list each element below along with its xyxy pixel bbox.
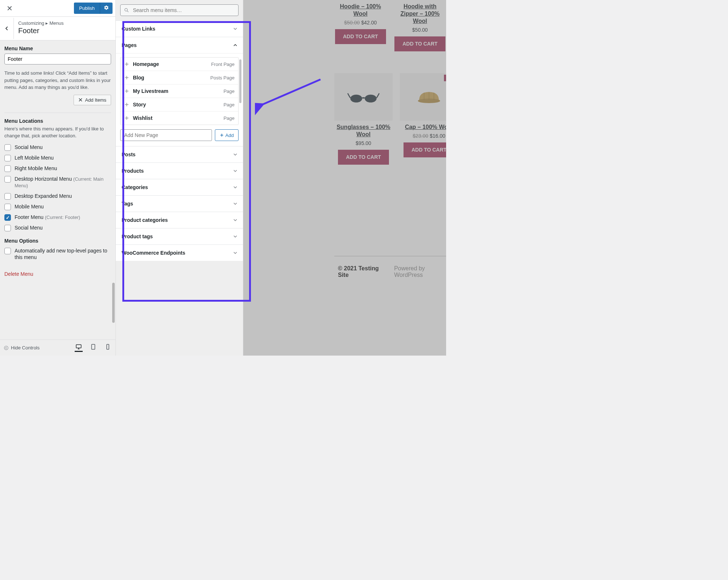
product-title[interactable]: Cap – 100% Wool <box>400 124 446 131</box>
add-to-cart-button[interactable]: ADD TO CART <box>394 36 445 51</box>
checkbox[interactable] <box>4 225 11 231</box>
accordion-head[interactable]: WooCommerce Endpoints <box>116 245 243 261</box>
add-to-cart-button[interactable]: ADD TO CART <box>335 29 386 44</box>
accordion-tags: Tags <box>116 195 243 212</box>
accordion-head[interactable]: Product categories <box>116 212 243 228</box>
add-to-cart-button[interactable]: ADD TO CART <box>404 142 446 157</box>
chevron-down-icon <box>233 27 237 31</box>
menu-location-row[interactable]: Right Mobile Menu <box>4 165 111 172</box>
publish-button[interactable]: Publish <box>74 3 100 14</box>
accordion-product-tags: Product tags <box>116 228 243 244</box>
page-type: Page <box>224 89 235 94</box>
hide-controls-label: Hide Controls <box>11 345 40 350</box>
auto-add-row[interactable]: Automatically add new top-level pages to… <box>4 247 111 260</box>
menu-hint: Time to add some links! Click “Add Items… <box>4 70 111 91</box>
checkbox[interactable] <box>4 176 11 183</box>
add-new-page-button[interactable]: Add <box>215 129 239 141</box>
page-type: Posts Page <box>210 75 235 81</box>
accordion-posts: Posts <box>116 146 243 162</box>
accordion-label: Products <box>122 168 144 174</box>
device-tablet-button[interactable] <box>89 344 97 352</box>
page-title: Footer <box>18 27 64 35</box>
search-icon <box>124 8 129 13</box>
close-icon <box>78 98 83 102</box>
site-preview: Hoodie – 100% Wool$50.00$42.00ADD TO CAR… <box>243 0 446 356</box>
menu-location-row[interactable]: Footer Menu (Current: Footer) <box>4 214 111 221</box>
menu-location-row[interactable]: Social Menu <box>4 224 111 231</box>
checkbox[interactable] <box>4 248 11 254</box>
product-image: SALE <box>400 73 446 121</box>
page-item[interactable]: HomepageFront Page <box>121 58 238 71</box>
accordion-head[interactable]: Product tags <box>116 228 243 244</box>
checkbox[interactable] <box>4 193 11 200</box>
product-title[interactable]: Hoodie with Zipper – 100% Wool <box>394 3 446 25</box>
scrollbar[interactable] <box>112 18 115 337</box>
accordion-label: Posts <box>122 152 135 157</box>
publish-settings-button[interactable] <box>100 3 113 14</box>
accordion-head[interactable]: Categories <box>116 179 243 195</box>
chevron-down-icon <box>233 251 237 255</box>
accordion-head[interactable]: Pages <box>116 37 243 53</box>
add-items-button[interactable]: Add Items <box>74 95 111 105</box>
accordion-head[interactable]: Products <box>116 163 243 179</box>
preview-footer: © 2021 Testing Site Powered by WordPress <box>334 256 446 278</box>
device-mobile-button[interactable] <box>104 344 112 352</box>
accordion-head[interactable]: Custom Links <box>116 21 243 37</box>
chevron-down-icon <box>233 218 237 222</box>
product-price: $50.00 <box>394 27 446 33</box>
checkbox[interactable] <box>4 165 11 172</box>
menu-name-input[interactable] <box>4 54 111 64</box>
page-name: My Livestream <box>133 88 168 94</box>
page-item[interactable]: My LivestreamPage <box>121 85 238 98</box>
chevron-down-icon <box>233 202 237 205</box>
page-name: Wishlist <box>133 115 153 121</box>
checkbox[interactable] <box>4 214 11 221</box>
menu-locations-sub: Here's where this menu appears. If you'd… <box>4 125 111 140</box>
svg-point-6 <box>365 94 377 102</box>
add-new-page-input[interactable] <box>120 129 212 141</box>
checkbox[interactable] <box>4 204 11 210</box>
product-title[interactable]: Sunglasses – 100% Wool <box>334 124 393 138</box>
menu-location-row[interactable]: Desktop Horizontal Menu (Current: Main M… <box>4 176 111 189</box>
chevron-down-icon <box>233 153 237 156</box>
accordion-pages: Pages HomepageFront PageBlogPosts PageMy… <box>116 37 243 146</box>
page-name: Blog <box>133 75 144 81</box>
close-icon[interactable]: ✕ <box>3 2 16 15</box>
product-price: $50.00$42.00 <box>334 20 387 26</box>
add-to-cart-button[interactable]: ADD TO CART <box>338 150 389 165</box>
page-name: Story <box>133 102 146 107</box>
add-items-label: Add Items <box>85 97 106 103</box>
plus-icon <box>220 133 224 137</box>
plus-icon <box>124 115 129 121</box>
product-card: Sunglasses – 100% Wool$95.00ADD TO CART <box>334 73 393 165</box>
scrollbar[interactable] <box>239 59 241 103</box>
menu-location-label: Footer Menu (Current: Footer) <box>15 214 80 221</box>
product-title[interactable]: Hoodie – 100% Wool <box>334 3 387 17</box>
auto-add-label: Automatically add new top-level pages to… <box>15 247 111 260</box>
accordion-label: Product categories <box>122 217 168 223</box>
menu-location-label: Mobile Menu <box>15 203 44 210</box>
checkbox[interactable] <box>4 144 11 151</box>
search-input[interactable] <box>120 4 239 16</box>
back-button[interactable] <box>0 18 14 39</box>
accordion-head[interactable]: Posts <box>116 146 243 162</box>
gear-icon <box>104 5 109 10</box>
menu-location-row[interactable]: Social Menu <box>4 144 111 151</box>
page-item[interactable]: BlogPosts Page <box>121 71 238 85</box>
delete-menu-link[interactable]: Delete Menu <box>4 271 33 277</box>
hide-controls-button[interactable]: Hide Controls <box>4 345 40 350</box>
menu-location-label: Social Menu <box>15 144 43 150</box>
device-desktop-button[interactable] <box>75 344 83 352</box>
menu-location-row[interactable]: Desktop Expanded Menu <box>4 193 111 200</box>
menu-location-label: Right Mobile Menu <box>15 165 57 172</box>
powered-by-text: Powered by WordPress <box>394 265 446 278</box>
accordion-label: Product tags <box>122 234 153 239</box>
menu-location-row[interactable]: Left Mobile Menu <box>4 154 111 161</box>
menu-location-note: (Current: Footer) <box>45 215 80 220</box>
page-item[interactable]: StoryPage <box>121 98 238 111</box>
checkbox[interactable] <box>4 155 11 161</box>
menu-location-row[interactable]: Mobile Menu <box>4 203 111 210</box>
menu-location-label: Left Mobile Menu <box>15 154 54 161</box>
page-item[interactable]: WishlistPage <box>121 111 238 125</box>
accordion-head[interactable]: Tags <box>116 196 243 212</box>
